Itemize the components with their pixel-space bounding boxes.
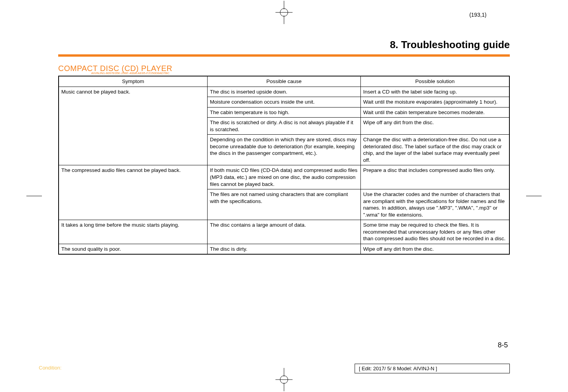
cell-cause: The disc is scratched or dirty. A disc i…	[207, 118, 360, 135]
svg-point-2	[280, 9, 288, 16]
cell-solution: Wipe off any dirt from the disc.	[361, 244, 509, 254]
cell-cause: The disc is inserted upside down.	[207, 87, 360, 97]
cell-solution: Some time may be required to check the f…	[361, 220, 509, 244]
cell-solution: Insert a CD with the label side facing u…	[361, 87, 509, 97]
cell-solution: Prepare a disc that includes compressed …	[361, 165, 509, 189]
player-trace-id: AIVINJN1-8097E05E-298F-400A-AE85-F2150D8…	[91, 71, 172, 75]
section-title: 8. Troubleshooting guide	[390, 39, 510, 51]
cell-symptom: It takes a long time before the music st…	[59, 220, 207, 244]
crop-mark-right	[526, 196, 542, 196]
cell-solution: Change the disc with a deterioration-fre…	[361, 135, 509, 165]
cell-symptom: The compressed audio files cannot be pla…	[59, 165, 207, 220]
table-row: The sound quality is poor. The disc is d…	[59, 244, 509, 254]
th-solution: Possible solution	[361, 76, 509, 87]
table-row: It takes a long time before the music st…	[59, 220, 509, 244]
crop-mark-left	[26, 196, 42, 196]
cell-cause: If both music CD files (CD-DA data) and …	[207, 165, 360, 189]
cell-solution: Wipe off any dirt from the disc.	[361, 118, 509, 135]
condition-label: Condition:	[39, 365, 62, 371]
cell-symptom: The sound quality is poor.	[59, 244, 207, 254]
cell-symptom: Music cannot be played back.	[59, 87, 207, 165]
cell-cause: Depending on the condition in which they…	[207, 135, 360, 165]
cell-solution: Wait until the moisture evaporates (appr…	[361, 97, 509, 108]
orange-rule	[58, 54, 510, 57]
cell-cause: The disc contains a large amount of data…	[207, 220, 360, 244]
crop-mark-top	[272, 1, 296, 24]
cell-cause: Moisture condensation occurs inside the …	[207, 97, 360, 108]
cell-solution: Wait until the cabin temperature becomes…	[361, 107, 509, 118]
th-cause: Possible cause	[207, 76, 360, 87]
cell-solution: Use the character codes and the number o…	[361, 189, 509, 220]
th-symptom: Symptom	[59, 76, 207, 87]
svg-point-6	[280, 376, 288, 383]
edit-info-box: [ Edit: 2017/ 5/ 8 Model: AIVINJ-N ]	[355, 364, 510, 373]
cell-cause: The files are not named using characters…	[207, 189, 360, 220]
table-row: The compressed audio files cannot be pla…	[59, 165, 509, 189]
troubleshooting-table: Symptom Possible cause Possible solution…	[58, 76, 510, 255]
table-row: Music cannot be played back. The disc is…	[59, 87, 509, 97]
table-header-row: Symptom Possible cause Possible solution	[59, 76, 509, 87]
cell-cause: The disc is dirty.	[207, 244, 360, 254]
page-number: 8-5	[498, 341, 508, 349]
cell-cause: The cabin temperature is too high.	[207, 107, 360, 118]
page-coordinate: (193,1)	[469, 12, 487, 18]
player-heading: COMPACT DISC (CD) PLAYER AIVINJN1-8097E0…	[58, 64, 172, 75]
crop-mark-bottom	[272, 368, 296, 391]
